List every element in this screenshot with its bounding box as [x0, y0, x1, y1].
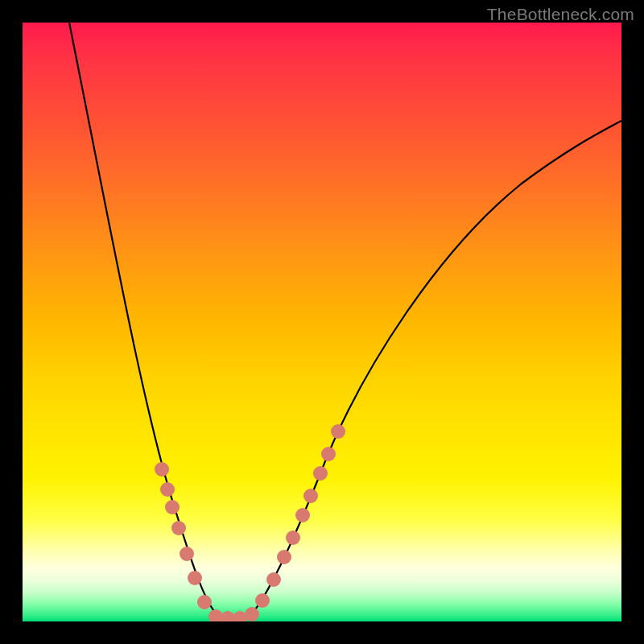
chart-frame: TheBottleneck.com — [0, 0, 644, 644]
data-dot — [188, 571, 202, 585]
data-dot — [303, 489, 318, 503]
data-dot — [277, 550, 291, 564]
watermark-text: TheBottleneck.com — [487, 5, 634, 24]
data-dot — [286, 530, 300, 545]
data-dot — [171, 521, 186, 535]
data-dot — [165, 500, 180, 514]
data-dot — [180, 547, 194, 561]
data-dots — [155, 424, 345, 621]
data-dot — [245, 607, 259, 621]
data-dot — [255, 593, 270, 608]
data-dot — [197, 595, 212, 609]
data-dot — [321, 447, 336, 461]
data-dot — [295, 508, 310, 522]
data-dot — [331, 424, 345, 439]
plot-area — [23, 23, 621, 621]
data-dot — [266, 572, 281, 587]
bottleneck-curve — [69, 23, 621, 618]
data-dot — [160, 482, 175, 497]
data-dot — [313, 466, 328, 481]
data-dot — [155, 462, 169, 477]
chart-svg — [23, 23, 621, 621]
